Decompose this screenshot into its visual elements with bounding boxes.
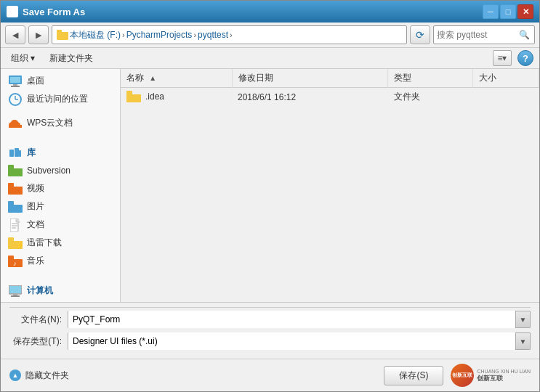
cell-name: .idea [121, 88, 232, 105]
svg-rect-36 [126, 94, 141, 102]
svg-rect-18 [8, 187, 23, 195]
window-controls: ─ □ ✕ [483, 4, 533, 19]
music-folder-icon: ♪ [8, 256, 23, 267]
main-content: 桌面 最近访问的位置 [1, 69, 539, 302]
window-icon [7, 6, 18, 17]
sidebar-item-recent[interactable]: 最近访问的位置 [1, 90, 120, 108]
address-part-2[interactable]: PycharmProjects [126, 30, 193, 40]
svg-rect-14 [15, 148, 19, 157]
sidebar-item-desktop[interactable]: 桌面 [1, 72, 120, 90]
sort-arrow-name: ▲ [149, 74, 156, 82]
filetype-dropdown-arrow[interactable]: ▼ [515, 333, 530, 349]
sidebar-label-video: 视频 [27, 182, 44, 195]
forward-button[interactable]: ▶ [28, 25, 49, 44]
svg-text:♪: ♪ [13, 260, 17, 267]
address-part-3[interactable]: pyqttest [198, 30, 228, 40]
sidebar-label-library: 库 [27, 147, 36, 159]
close-button[interactable]: ✕ [517, 4, 533, 19]
sidebar-item-video[interactable]: 视频 [1, 179, 120, 197]
sidebar-item-picture[interactable]: 图片 [1, 197, 120, 216]
svg-rect-15 [19, 150, 21, 157]
sidebar-label-picture: 图片 [27, 200, 44, 213]
toggle-icon: ▲ [9, 369, 21, 381]
sidebar-label-document: 文档 [27, 219, 44, 231]
sidebar-label-desktop: 桌面 [27, 75, 44, 87]
file-table: 名称 ▲ 修改日期 类型 大小 .idea [121, 69, 539, 302]
form-area: 文件名(N): ▼ 保存类型(T): ▼ [1, 302, 539, 359]
svg-rect-33 [9, 286, 21, 293]
svg-rect-34 [13, 294, 17, 295]
col-size[interactable]: 大小 [473, 69, 539, 88]
address-bar[interactable]: 本地磁盘 (F:) › PycharmProjects › pyqttest › [52, 25, 407, 44]
sidebar-label-thunder: 迅雷下载 [27, 237, 62, 249]
subversion-icon [8, 165, 23, 176]
filename-dropdown-arrow[interactable]: ▼ [515, 311, 530, 327]
svg-rect-21 [8, 201, 14, 205]
filetype-input[interactable] [68, 332, 515, 350]
svg-rect-5 [11, 86, 20, 87]
brand-logo: 创新互联 CHUANG XIN HU LIAN 创新互联 [451, 364, 531, 387]
search-box: 🔍 [433, 25, 535, 44]
footer: ▲ 隐藏文件夹 保存(S) 创新互联 CHUANG XIN HU LIAN 创新… [1, 359, 539, 391]
view-button[interactable]: ≡▾ [493, 50, 512, 66]
minimize-button[interactable]: ─ [483, 4, 499, 19]
filename-label: 文件名(N): [9, 314, 68, 326]
refresh-button[interactable]: ⟳ [410, 25, 430, 44]
folder-icon [55, 29, 70, 41]
svg-rect-37 [126, 91, 132, 95]
svg-rect-13 [9, 150, 14, 157]
hide-folder-toggle[interactable]: ▲ 隐藏文件夹 [9, 369, 69, 382]
save-form-as-window: Save Form As ─ □ ✕ ◀ ▶ 本地磁盘 (F:) › Pycha… [0, 0, 540, 392]
library-icon [8, 147, 23, 159]
col-name[interactable]: 名称 ▲ [121, 69, 232, 88]
thunder-folder-icon: ⚡ [8, 237, 23, 249]
computer-icon [8, 285, 23, 297]
col-modified[interactable]: 修改日期 [232, 69, 387, 88]
sidebar-item-subversion[interactable]: Subversion [1, 162, 120, 179]
sidebar-label-wps: WPS云文档 [27, 117, 73, 129]
sidebar-item-document[interactable]: 文档 [1, 216, 120, 234]
maximize-button[interactable]: □ [500, 4, 516, 19]
hide-folder-label: 隐藏文件夹 [25, 369, 69, 382]
svg-rect-20 [8, 205, 23, 213]
back-button[interactable]: ◀ [5, 25, 25, 44]
svg-rect-12 [9, 125, 22, 128]
table-row[interactable]: .idea 2018/6/1 16:12 文件夹 [121, 88, 539, 107]
sidebar-label-computer: 计算机 [27, 285, 53, 297]
secondary-toolbar: 组织 ▾ 新建文件夹 ≡▾ ? [1, 48, 539, 69]
brand-text: CHUANG XIN HU LIAN 创新互联 [477, 368, 531, 383]
cloud-icon [8, 118, 23, 129]
svg-rect-16 [8, 168, 23, 176]
address-part-1[interactable]: 本地磁盘 (F:) [70, 29, 121, 41]
sidebar-label-recent: 最近访问的位置 [27, 93, 88, 105]
help-button[interactable]: ? [517, 50, 533, 66]
organize-button[interactable]: 组织 ▾ [7, 51, 39, 66]
search-icon[interactable]: 🔍 [517, 30, 531, 40]
col-type[interactable]: 类型 [387, 69, 472, 88]
filename-input-wrapper: ▼ [68, 311, 531, 328]
sidebar-item-music[interactable]: ♪ 音乐 [1, 252, 120, 270]
svg-rect-27 [8, 237, 14, 242]
recent-icon [8, 94, 23, 105]
sidebar-item-wps[interactable]: WPS云文档 [1, 114, 120, 132]
left-panel: 桌面 最近访问的位置 [1, 69, 121, 302]
brand-icon: 创新互联 [451, 364, 474, 387]
svg-point-11 [11, 120, 18, 126]
svg-rect-19 [8, 183, 14, 187]
cell-size [473, 88, 539, 107]
cell-type: 文件夹 [387, 88, 472, 107]
sidebar-item-thunder[interactable]: ⚡ 迅雷下载 [1, 234, 120, 252]
new-folder-button[interactable]: 新建文件夹 [45, 51, 97, 66]
svg-text:⚡: ⚡ [15, 240, 23, 249]
sidebar-section-library: 库 [1, 144, 120, 162]
svg-rect-4 [13, 84, 17, 86]
save-button[interactable]: 保存(S) [384, 366, 443, 385]
sidebar-label-music: 音乐 [27, 255, 44, 267]
footer-buttons: 保存(S) 创新互联 CHUANG XIN HU LIAN 创新互联 [384, 364, 531, 387]
cell-modified: 2018/6/1 16:12 [232, 88, 387, 107]
search-input[interactable] [437, 30, 517, 40]
document-icon [8, 219, 23, 231]
window-title: Save Form As [23, 7, 483, 17]
svg-rect-3 [10, 77, 20, 83]
filename-input[interactable] [68, 311, 515, 328]
